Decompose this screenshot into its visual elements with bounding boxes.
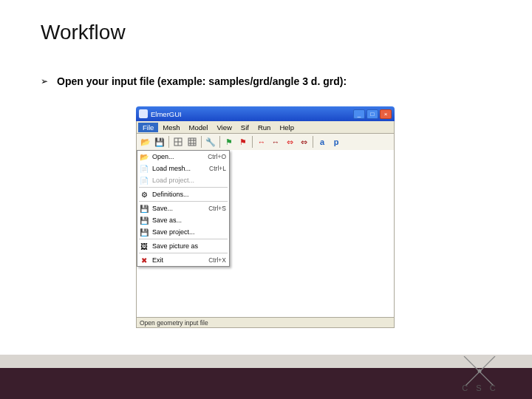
menu-sif[interactable]: Sif [236, 123, 253, 132]
statusbar-text: Open geometry input file [140, 319, 208, 327]
menu-item-save-project[interactable]: 💾 Save project... [137, 226, 229, 238]
menu-item-save[interactable]: 💾 Save... Ctrl+S [137, 202, 229, 214]
disk-icon: 💾 [139, 215, 149, 225]
minimize-button[interactable]: _ [353, 109, 365, 119]
menu-file[interactable]: File [138, 123, 158, 132]
svg-point-10 [478, 369, 482, 373]
menu-run[interactable]: Run [253, 123, 275, 132]
menu-separator [139, 187, 228, 188]
file-dropdown: 📂 Open... Ctrl+O 📄 Load mesh... Ctrl+L 📄… [137, 150, 230, 267]
folder-icon: 📂 [139, 151, 149, 162]
toolbar-wrench-icon[interactable]: 🔧 [204, 135, 217, 149]
menu-separator [139, 253, 228, 253]
app-icon [139, 109, 148, 118]
menu-item-label: Exit [152, 256, 205, 264]
toolbar-separator [219, 136, 220, 148]
menu-item-save-picture-as[interactable]: 🖼 Save picture as [137, 240, 229, 252]
maximize-button[interactable]: □ [366, 109, 378, 119]
menu-item-exit[interactable]: ✖ Exit Ctrl+X [137, 254, 229, 266]
bullet-text: Open your input file (example: samples/g… [57, 75, 347, 87]
close-button[interactable]: × [380, 109, 392, 119]
gear-icon: ⚙ [139, 189, 149, 200]
toolbar-open-icon[interactable]: 📂 [139, 135, 152, 149]
app-window: ElmerGUI _ □ × File Mesh Model View Sif … [136, 106, 395, 328]
toolbar-separator [252, 136, 253, 148]
menu-item-shortcut: Ctrl+X [208, 256, 226, 264]
document-icon: 📄 [139, 163, 149, 174]
menu-item-shortcut: Ctrl+O [208, 153, 226, 160]
menu-view[interactable]: View [212, 123, 236, 132]
toolbar-mesh2-icon[interactable] [185, 135, 199, 149]
csc-logo: C S C [451, 356, 510, 393]
toolbar-p-icon[interactable]: p [330, 135, 343, 149]
bullet-row: ➢ Open your input file (example: samples… [41, 75, 347, 87]
titlebar: ElmerGUI _ □ × [136, 106, 395, 121]
close-icon: ✖ [139, 255, 149, 265]
toolbar-arrows4-icon[interactable]: ⇔ [297, 135, 310, 149]
menu-item-definitions[interactable]: ⚙ Definitions... [137, 188, 229, 200]
menu-item-label: Save... [152, 205, 205, 212]
menu-item-shortcut: Ctrl+L [209, 165, 226, 172]
menu-model[interactable]: Model [185, 123, 213, 132]
menu-item-label: Open... [152, 153, 205, 160]
picture-icon: 🖼 [139, 241, 149, 251]
toolbar-separator [313, 136, 313, 148]
menu-help[interactable]: Help [275, 123, 299, 132]
disk-icon: 💾 [139, 203, 149, 214]
menu-separator [139, 201, 228, 202]
bullet-arrow-icon: ➢ [41, 76, 48, 86]
menubar: File Mesh Model View Sif Run Help [136, 121, 395, 134]
slide-title: Workflow [41, 21, 126, 44]
toolbar-a-icon[interactable]: a [316, 135, 329, 149]
window-title: ElmerGUI [151, 110, 353, 118]
menu-separator [139, 239, 228, 239]
disk-icon: 💾 [139, 227, 149, 237]
statusbar: Open geometry input file [136, 317, 395, 328]
svg-rect-3 [188, 138, 196, 146]
toolbar-flag-red-icon[interactable]: ⚑ [236, 135, 250, 149]
menu-item-label: Definitions... [152, 191, 226, 198]
canvas-area: 📂 Open... Ctrl+O 📄 Load mesh... Ctrl+L 📄… [136, 150, 395, 317]
toolbar-arrows2-icon[interactable]: ↔ [269, 135, 282, 149]
menu-item-save-as[interactable]: 💾 Save as... [137, 214, 229, 226]
menu-item-shortcut: Ctrl+S [208, 205, 226, 212]
toolbar-arrows1-icon[interactable]: ↔ [255, 135, 268, 149]
menu-item-label: Load mesh... [152, 165, 206, 172]
menu-item-label: Save picture as [152, 242, 226, 250]
menu-item-open[interactable]: 📂 Open... Ctrl+O [137, 151, 229, 163]
toolbar-arrows3-icon[interactable]: ⇔ [283, 135, 296, 149]
menu-item-label: Save as... [152, 216, 226, 224]
menu-item-label: Save project... [152, 228, 226, 236]
toolbar-separator [168, 136, 169, 148]
window-controls: _ □ × [353, 109, 392, 119]
toolbar-save-icon[interactable]: 💾 [153, 135, 166, 149]
toolbar-separator [201, 136, 202, 148]
menu-item-load-mesh[interactable]: 📄 Load mesh... Ctrl+L [137, 163, 229, 174]
menu-mesh[interactable]: Mesh [158, 123, 184, 132]
toolbar-flag-green-icon[interactable]: ⚑ [222, 135, 236, 149]
toolbar: 📂 💾 🔧 ⚑ ⚑ ↔ ↔ ⇔ ⇔ a p [136, 134, 395, 150]
menu-item-load-project[interactable]: 📄 Load project... [137, 174, 229, 186]
document-icon: 📄 [139, 175, 149, 185]
menu-item-label: Load project... [152, 177, 226, 184]
toolbar-mesh1-icon[interactable] [171, 135, 185, 149]
svg-text:C S C: C S C [462, 383, 498, 392]
